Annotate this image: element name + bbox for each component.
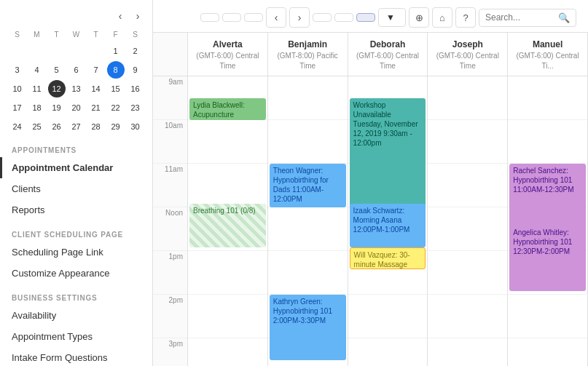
mini-cal-cell[interactable]: 10 (9, 80, 26, 98)
cal-col-header: Manuel(GMT-6:00) Central Ti... (508, 33, 588, 76)
mini-cal-prev[interactable]: ‹ (113, 9, 128, 23)
hour-line (348, 338, 428, 366)
mini-cal-next[interactable]: › (130, 9, 145, 23)
sidebar-link[interactable]: Intake Form Questions (0, 347, 152, 366)
mini-cal-cell[interactable]: 18 (28, 99, 46, 116)
search-input[interactable] (485, 12, 558, 23)
mini-cal-cell[interactable]: 8 (107, 61, 125, 79)
mini-cal-cell[interactable]: 6 (68, 61, 85, 79)
time-label: 2pm (153, 295, 187, 338)
event-block[interactable]: Lydia Blackwell: Acupuncture 9:30AM-10:0… (189, 98, 266, 120)
mini-cal-cell[interactable]: 12 (48, 80, 66, 98)
event-block[interactable]: Angelica Whitley: Hypnobirthing 101 12:3… (509, 226, 586, 291)
cal-col-header: Alverta(GMT-6:00) Central Time (188, 33, 268, 76)
mini-cal-cell[interactable]: 21 (87, 99, 105, 116)
cal-col: Rachel Sanchez: Hypnobirthing 101 11:00A… (508, 76, 588, 366)
event-block[interactable]: Will Vazquez: 30-minute Massage 1:00PM-1… (350, 247, 426, 269)
mini-cal-cell[interactable]: 7 (87, 61, 105, 79)
help-button[interactable]: ? (455, 7, 476, 28)
today-button[interactable] (200, 13, 219, 22)
cal-col: Lydia Blackwell: Acupuncture 9:30AM-10:0… (188, 76, 268, 366)
mini-cal-cell[interactable]: 3 (9, 61, 26, 79)
day-label: T (86, 29, 106, 40)
hour-line (188, 338, 267, 366)
event-block[interactable]: Theon Wagner: Hypnobirthing for Dads 11:… (270, 164, 346, 207)
mini-cal-cell[interactable]: 2 (127, 42, 144, 60)
event-block[interactable]: Kathryn Green: Hypnobirthing 101 2:00PM-… (270, 295, 346, 360)
person-tz: (GMT-6:00) Central Time (191, 51, 264, 71)
time-label: 3pm (153, 338, 187, 366)
mini-cal-cell (68, 42, 85, 60)
zoom-in-button[interactable]: ⊕ (409, 7, 429, 28)
mini-cal-cell[interactable]: 1 (107, 42, 125, 60)
sidebar-nav: APPOINTMENTSAppointment CalendarClientsR… (0, 136, 152, 366)
mini-cal-cell[interactable]: 26 (48, 118, 66, 135)
hour-line (508, 295, 587, 338)
mini-cal-cell[interactable]: 13 (68, 80, 85, 98)
mini-cal-weeks: 1234567891011121314151617181920212223242… (7, 41, 145, 136)
event-block[interactable]: Breathing 101 (0/8) (189, 204, 266, 247)
mini-cal-cell[interactable]: 24 (9, 118, 26, 135)
class-button[interactable] (334, 13, 353, 22)
mini-cal-cell[interactable]: 17 (9, 99, 26, 116)
sidebar-link[interactable]: Appointment Types (0, 326, 152, 347)
mini-cal-cell[interactable]: 9 (127, 61, 144, 79)
person-name: Alverta (191, 39, 264, 51)
mini-cal-cell[interactable]: 25 (28, 118, 46, 135)
person-name: Benjamin (271, 39, 345, 51)
block-button[interactable] (356, 13, 375, 22)
month-button[interactable] (244, 13, 263, 22)
cal-col: Theon Wagner: Hypnobirthing for Dads 11:… (268, 76, 348, 366)
mini-cal-cell[interactable]: 5 (48, 61, 66, 79)
week-button[interactable] (222, 13, 241, 22)
mini-cal-cell[interactable]: 4 (28, 61, 46, 79)
mini-cal-cell[interactable]: 28 (87, 118, 105, 135)
calendars-button[interactable]: ▼ (378, 8, 406, 27)
time-label: 1pm (153, 251, 187, 295)
sidebar-link[interactable]: Scheduling Page Link (0, 242, 152, 263)
mini-cal-cell[interactable]: 14 (87, 80, 105, 98)
mini-cal-cell[interactable]: 22 (107, 99, 125, 116)
cal-col-header: Deborah(GMT-6:00) Central Time (348, 33, 428, 76)
hour-line (268, 120, 348, 164)
mini-cal-cell[interactable]: 23 (127, 99, 144, 116)
sidebar: ‹ › SMTWTFS 1234567891011121314151617181… (0, 0, 153, 366)
mini-cal-cell[interactable]: 20 (68, 99, 85, 116)
event-block[interactable]: Izaak Schwartz: Morning Asana 12:00PM-1:… (350, 204, 426, 247)
cal-col-header: Benjamin(GMT-8:00) Pacific Time (268, 33, 348, 76)
sidebar-link[interactable]: Clients (0, 178, 152, 199)
day-label: T (47, 29, 66, 40)
hour-line (188, 251, 267, 295)
home-button[interactable]: ⌂ (432, 7, 452, 28)
hour-line (348, 295, 428, 338)
time-label: 10am (153, 120, 187, 164)
prev-button[interactable]: ‹ (266, 7, 286, 28)
mini-cal-cell (28, 42, 46, 60)
cal-col: Workshop Unavailable Tuesday, November 1… (348, 76, 428, 366)
new-button[interactable] (313, 13, 332, 22)
next-button[interactable]: › (289, 7, 310, 28)
sidebar-link[interactable]: Availability (0, 305, 152, 326)
hour-line (428, 207, 507, 251)
mini-cal-cell[interactable]: 11 (28, 80, 46, 98)
event-block[interactable]: Rachel Sanchez: Hypnobirthing 101 11:00A… (509, 164, 586, 229)
event-block[interactable]: Workshop Unavailable Tuesday, November 1… (350, 98, 426, 207)
mini-cal-cell[interactable]: 16 (127, 80, 144, 98)
sidebar-link[interactable]: Reports (0, 199, 152, 220)
mini-cal-cell[interactable]: 19 (48, 99, 66, 116)
search-box[interactable]: 🔍 (479, 9, 576, 27)
time-label: 11am (153, 164, 187, 207)
mini-cal-cell[interactable]: 30 (127, 118, 144, 135)
hour-line (508, 338, 587, 366)
time-label: Noon (153, 207, 187, 251)
mini-cal-cell[interactable]: 15 (107, 80, 125, 98)
search-icon: 🔍 (558, 12, 570, 23)
mini-cal-cell[interactable]: 29 (107, 118, 125, 135)
time-label: 9am (153, 76, 187, 120)
filter-icon: ▼ (386, 12, 395, 23)
sidebar-link[interactable]: Customize Appearance (0, 263, 152, 284)
cal-col (428, 76, 508, 366)
sidebar-section-label: BUSINESS SETTINGS (0, 284, 152, 305)
mini-cal-cell[interactable]: 27 (68, 118, 85, 135)
sidebar-link[interactable]: Appointment Calendar (0, 157, 152, 178)
